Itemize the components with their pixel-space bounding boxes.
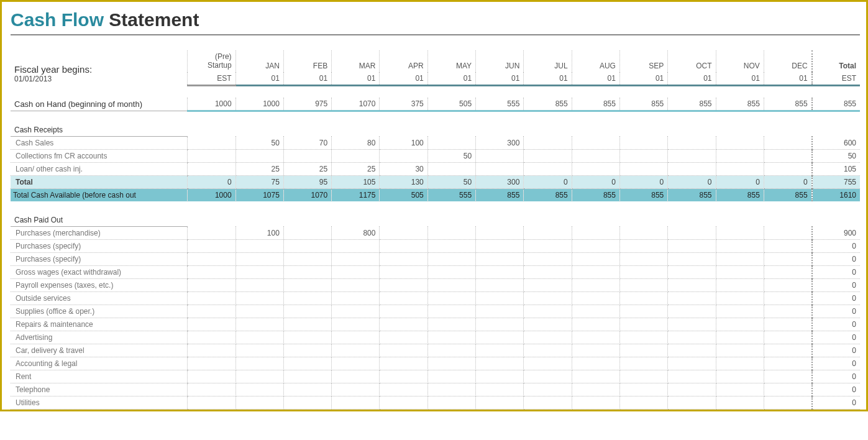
cell[interactable]: [427, 291, 475, 305]
cell[interactable]: 50: [235, 136, 283, 149]
cell[interactable]: [283, 331, 331, 344]
cell[interactable]: [427, 239, 475, 252]
cell[interactable]: [283, 318, 331, 331]
cell[interactable]: [572, 226, 619, 239]
cell[interactable]: [427, 383, 475, 396]
cell[interactable]: [476, 278, 524, 291]
cell[interactable]: [235, 305, 283, 318]
cell[interactable]: [332, 331, 380, 344]
cell[interactable]: [188, 252, 235, 265]
cell[interactable]: [235, 396, 283, 409]
cell[interactable]: [476, 239, 524, 252]
cell[interactable]: [764, 318, 811, 331]
cell[interactable]: [716, 162, 764, 175]
cell[interactable]: 100: [235, 226, 283, 239]
cell[interactable]: [427, 265, 475, 278]
cell[interactable]: [476, 396, 524, 409]
cell[interactable]: [619, 239, 667, 252]
cell[interactable]: [619, 318, 667, 331]
cell[interactable]: [380, 291, 427, 305]
cell[interactable]: [476, 291, 524, 305]
cell[interactable]: [716, 305, 764, 318]
cell[interactable]: [476, 383, 524, 396]
cell[interactable]: [524, 370, 572, 383]
cell[interactable]: [619, 344, 667, 357]
cell[interactable]: [188, 278, 235, 291]
cell[interactable]: [572, 136, 619, 149]
cell[interactable]: [764, 344, 811, 357]
cell[interactable]: [283, 278, 331, 291]
cell[interactable]: [427, 370, 475, 383]
cell[interactable]: [476, 162, 524, 175]
cell[interactable]: [572, 239, 619, 252]
cell[interactable]: [380, 357, 427, 370]
cell[interactable]: 25: [283, 162, 331, 175]
cell[interactable]: [332, 396, 380, 409]
cell[interactable]: [332, 239, 380, 252]
cell[interactable]: [283, 239, 331, 252]
cell[interactable]: [283, 252, 331, 265]
cell[interactable]: [188, 344, 235, 357]
cell[interactable]: [668, 162, 716, 175]
cell[interactable]: [619, 383, 667, 396]
cell[interactable]: [716, 318, 764, 331]
cell[interactable]: [668, 331, 716, 344]
cell[interactable]: [188, 149, 235, 162]
cell[interactable]: [380, 239, 427, 252]
cell[interactable]: [572, 357, 619, 370]
cell[interactable]: [572, 305, 619, 318]
cell[interactable]: [764, 291, 811, 305]
cell[interactable]: [572, 396, 619, 409]
cell[interactable]: [668, 252, 716, 265]
cell[interactable]: [188, 396, 235, 409]
cell[interactable]: [427, 136, 475, 149]
cell[interactable]: [764, 357, 811, 370]
cell[interactable]: [524, 239, 572, 252]
cell[interactable]: [235, 278, 283, 291]
cell[interactable]: [427, 278, 475, 291]
cell[interactable]: [235, 357, 283, 370]
cell[interactable]: [476, 305, 524, 318]
cell[interactable]: [332, 383, 380, 396]
cell[interactable]: [476, 226, 524, 239]
cell[interactable]: [619, 162, 667, 175]
cell[interactable]: [476, 265, 524, 278]
cell[interactable]: 25: [235, 162, 283, 175]
cell[interactable]: [572, 149, 619, 162]
cell[interactable]: [283, 383, 331, 396]
cell[interactable]: [235, 318, 283, 331]
cell[interactable]: [332, 344, 380, 357]
cell[interactable]: [476, 357, 524, 370]
cell[interactable]: [668, 383, 716, 396]
cell[interactable]: [283, 305, 331, 318]
cell[interactable]: 25: [332, 162, 380, 175]
cell[interactable]: 80: [332, 136, 380, 149]
cell[interactable]: [283, 344, 331, 357]
cell[interactable]: [332, 278, 380, 291]
cell[interactable]: [380, 344, 427, 357]
cell[interactable]: [716, 370, 764, 383]
cell[interactable]: [332, 318, 380, 331]
cell[interactable]: [476, 252, 524, 265]
cell[interactable]: [716, 396, 764, 409]
cell[interactable]: 70: [283, 136, 331, 149]
cell[interactable]: 100: [380, 136, 427, 149]
cell[interactable]: [524, 226, 572, 239]
cell[interactable]: [188, 162, 235, 175]
cell[interactable]: [619, 278, 667, 291]
cell[interactable]: [524, 396, 572, 409]
cell[interactable]: [283, 265, 331, 278]
cell[interactable]: [524, 305, 572, 318]
cell[interactable]: [572, 162, 619, 175]
cell[interactable]: [332, 265, 380, 278]
cell[interactable]: [668, 396, 716, 409]
cell[interactable]: [235, 265, 283, 278]
cell[interactable]: [716, 239, 764, 252]
cell[interactable]: [572, 252, 619, 265]
cell[interactable]: [668, 291, 716, 305]
cell[interactable]: [716, 136, 764, 149]
cell[interactable]: [524, 344, 572, 357]
cell[interactable]: [764, 265, 811, 278]
cell[interactable]: [235, 331, 283, 344]
cell[interactable]: [476, 331, 524, 344]
